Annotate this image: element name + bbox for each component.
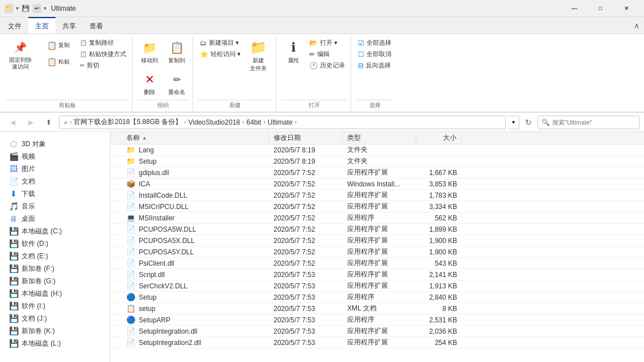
table-row[interactable]: 📄 MSICrIPCU.DLL 2020/5/7 7:52 应用程序扩展 3,3… bbox=[110, 201, 644, 212]
file-size: 543 KB bbox=[435, 259, 457, 267]
table-row[interactable]: 💻 MSIInstaller 2020/5/7 7:52 应用程序 562 KB bbox=[110, 212, 644, 224]
file-type: 应用程序扩展 bbox=[347, 202, 388, 211]
sidebar-item-downloads[interactable]: ⬇ 下载 bbox=[0, 188, 110, 200]
address-path[interactable]: « › 官网下载会影2018【5.88GB 备份】 › VideoStudio2… bbox=[59, 116, 506, 129]
edit-button[interactable]: ✏ 编辑 bbox=[307, 49, 347, 59]
properties-button[interactable]: ℹ 属性 bbox=[281, 37, 306, 67]
invert-selection-button[interactable]: ⊟ 反向选择 bbox=[356, 60, 394, 71]
sidebar-item-drive-i[interactable]: 💾 软件 (I:) bbox=[0, 300, 110, 312]
delete-button[interactable]: ✕ 删除 bbox=[137, 69, 162, 99]
sidebar-item-drive-h[interactable]: 💾 本地磁盘 (H:) bbox=[0, 287, 110, 300]
table-row[interactable]: 📁 Setup 2020/5/7 8:19 文件夹 bbox=[110, 156, 644, 167]
copy-button[interactable]: 📋 复制 bbox=[42, 37, 76, 53]
move-icon: 📁 bbox=[142, 40, 157, 56]
cut-button[interactable]: ✂ 剪切 bbox=[78, 60, 129, 71]
tab-share[interactable]: 共享 bbox=[56, 17, 83, 33]
tab-view[interactable]: 查看 bbox=[83, 17, 110, 33]
file-name-cell: 📄 gdiplus.dll bbox=[122, 167, 269, 178]
sidebar-item-documents[interactable]: 📄 文档 bbox=[0, 175, 110, 188]
table-row[interactable]: 🔵 Setup 2020/5/7 7:53 应用程序 2,840 KB bbox=[110, 292, 644, 303]
tab-home[interactable]: 主页 bbox=[28, 17, 56, 33]
sidebar-item-pictures[interactable]: 🖼 图片 bbox=[0, 163, 110, 175]
sidebar-item-drive-c[interactable]: 💾 本地磁盘 (C:) bbox=[0, 225, 110, 237]
sidebar-item-drive-j[interactable]: 💾 文档 (J:) bbox=[0, 312, 110, 325]
table-row[interactable]: 📄 PCUPOSA5X.DLL 2020/5/7 7:52 应用程序扩展 1,9… bbox=[110, 235, 644, 246]
pin-icon: 📌 bbox=[12, 40, 28, 56]
table-row[interactable]: 📄 SetupIntegration.dll 2020/5/7 7:53 应用程… bbox=[110, 326, 644, 337]
history-button[interactable]: 🕐 历史记录 bbox=[307, 60, 347, 71]
customize-icon[interactable]: ▾ bbox=[44, 5, 46, 11]
file-date-cell: 2020/5/7 7:53 bbox=[269, 303, 343, 314]
sidebar-item-3d[interactable]: ⬡ 3D 对象 bbox=[0, 138, 110, 150]
table-row[interactable]: 📄 InstallCode.DLL 2020/5/7 7:52 应用程序扩展 1… bbox=[110, 190, 644, 201]
file-type-icon: 📁 bbox=[126, 146, 135, 155]
maximize-button[interactable]: □ bbox=[587, 0, 613, 17]
pin-to-quick-access-button[interactable]: 📌 固定到快速访问 bbox=[6, 37, 35, 73]
search-input[interactable] bbox=[552, 119, 636, 126]
up-button[interactable]: ⬆ bbox=[41, 114, 57, 130]
file-date: 2020/5/7 7:52 bbox=[274, 191, 315, 199]
table-row[interactable]: 🔵 SetupARP 2020/5/7 7:53 应用程序 2,531 KB bbox=[110, 314, 644, 326]
header-name[interactable]: 名称 ▲ bbox=[122, 132, 269, 144]
table-row[interactable]: 📄 Script.dll 2020/5/7 7:53 应用程序扩展 2,141 … bbox=[110, 269, 644, 280]
header-date[interactable]: 修改日期 bbox=[269, 132, 343, 144]
open-icon: 📂 bbox=[309, 39, 318, 47]
table-row[interactable]: 📄 SerChckV2.DLL 2020/5/7 7:53 应用程序扩展 1,9… bbox=[110, 280, 644, 292]
search-icon: 🔍 bbox=[541, 118, 550, 126]
header-type[interactable]: 类型 bbox=[343, 132, 416, 144]
table-row[interactable]: 📄 PCUPOSA5W.DLL 2020/5/7 7:52 应用程序扩展 1,8… bbox=[110, 224, 644, 235]
sidebar-item-video[interactable]: 🎬 视频 bbox=[0, 150, 110, 163]
address-dropdown[interactable]: ▾ bbox=[508, 116, 519, 129]
header-size[interactable]: 大小 bbox=[416, 132, 462, 144]
sidebar-label-drive-j: 文档 (J:) bbox=[22, 314, 47, 323]
save-icon[interactable]: 💾 bbox=[21, 4, 30, 13]
easy-access-button[interactable]: ⭐ 轻松访问 ▾ bbox=[198, 49, 243, 59]
move-to-button[interactable]: 📁 移动到 bbox=[137, 37, 162, 67]
rename-button[interactable]: ✏ 重命名 bbox=[164, 69, 189, 99]
sidebar-item-drive-l[interactable]: 💾 本地磁盘 (L:) bbox=[0, 337, 110, 350]
sidebar-item-music[interactable]: 🎵 音乐 bbox=[0, 200, 110, 212]
open-button[interactable]: 📂 打开 ▾ bbox=[307, 37, 347, 48]
sidebar-item-drive-e[interactable]: 💾 文档 (E:) bbox=[0, 250, 110, 262]
file-name: PCUPOSA5X.DLL bbox=[139, 237, 195, 245]
copy-to-label: 复制到 bbox=[168, 57, 185, 65]
file-name: PCUPOSA5W.DLL bbox=[139, 225, 196, 233]
ribbon-collapse-button[interactable]: ∧ bbox=[634, 17, 644, 33]
sidebar-item-drive-g[interactable]: 💾 新加卷 (G:) bbox=[0, 275, 110, 287]
sidebar-item-drive-f[interactable]: 💾 新加卷 (F:) bbox=[0, 262, 110, 275]
new-item-button[interactable]: 🗂 新建项目 ▾ bbox=[198, 37, 243, 48]
table-row[interactable]: 📄 PCUPOSA5Y.DLL 2020/5/7 7:52 应用程序扩展 1,9… bbox=[110, 246, 644, 258]
file-name-cell: 🔵 SetupARP bbox=[122, 314, 269, 325]
close-button[interactable]: ✕ bbox=[613, 0, 639, 17]
new-item-icon: 🗂 bbox=[200, 39, 207, 47]
sidebar-label-desktop: 桌面 bbox=[22, 214, 35, 224]
new-folder-button[interactable]: 📁 新建文件夹 bbox=[244, 37, 272, 75]
file-date: 2020/5/7 7:52 bbox=[274, 225, 315, 233]
paste-shortcut-button[interactable]: 📋 粘贴快捷方式 bbox=[78, 49, 129, 59]
ribbon: 📌 固定到快速访问 📋 复制 📋 粘贴 📋 复制路径 bbox=[0, 34, 644, 113]
minimize-button[interactable]: — bbox=[561, 0, 587, 17]
tab-file[interactable]: 文件 bbox=[1, 17, 28, 33]
sidebar-item-drive-d[interactable]: 💾 软件 (D:) bbox=[0, 237, 110, 250]
sidebar: ⬡ 3D 对象 🎬 视频 🖼 图片 📄 文档 ⬇ 下载 🎵 音乐 🖥 桌面 💾 bbox=[0, 132, 110, 362]
copy-to-button[interactable]: 📋 复制到 bbox=[164, 37, 189, 67]
select-all-button[interactable]: ☑ 全部选择 bbox=[356, 37, 394, 48]
table-row[interactable]: 📄 PsiClient.dll 2020/5/7 7:52 应用程序扩展 543… bbox=[110, 258, 644, 269]
file-type-cell: 应用程序扩展 bbox=[343, 246, 416, 257]
table-row[interactable]: 📄 gdiplus.dll 2020/5/7 7:52 应用程序扩展 1,667… bbox=[110, 167, 644, 178]
undo-icon[interactable]: ↩ bbox=[32, 4, 41, 13]
sidebar-item-desktop[interactable]: 🖥 桌面 bbox=[0, 212, 110, 225]
select-none-button[interactable]: ☐ 全部取消 bbox=[356, 49, 394, 59]
file-date: 2020/5/7 7:52 bbox=[274, 169, 315, 177]
copy-path-button[interactable]: 📋 复制路径 bbox=[78, 37, 129, 48]
table-row[interactable]: 📋 setup 2020/5/7 7:53 XML 文档 8 KB bbox=[110, 303, 644, 314]
file-type-icon: 📋 bbox=[126, 304, 135, 313]
refresh-button[interactable]: ↻ bbox=[522, 116, 535, 129]
forward-button[interactable]: ▶ bbox=[23, 114, 39, 130]
table-row[interactable]: 📄 SetupIntegration2.dll 2020/5/7 7:53 应用… bbox=[110, 337, 644, 348]
table-row[interactable]: 📦 ICA 2020/5/7 7:52 Windows Install... 3… bbox=[110, 178, 644, 190]
paste-button[interactable]: 📋 粘贴 bbox=[42, 54, 76, 70]
sidebar-item-drive-k[interactable]: 💾 新加卷 (K:) bbox=[0, 325, 110, 337]
table-row[interactable]: 📁 Lang 2020/5/7 8:19 文件夹 bbox=[110, 144, 644, 156]
back-button[interactable]: ◀ bbox=[5, 114, 20, 130]
